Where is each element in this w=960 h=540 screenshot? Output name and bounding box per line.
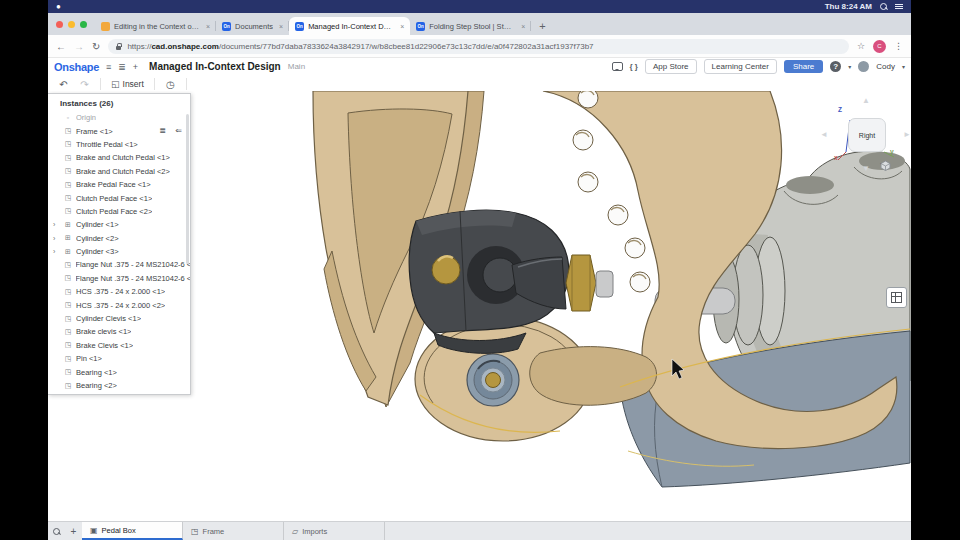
user-name[interactable]: Cody — [876, 62, 895, 71]
redo-button[interactable]: ↷ — [75, 79, 94, 90]
instance-row[interactable]: › ⊞ Cylinder <3> — [48, 245, 190, 258]
browser-tab-editing-context[interactable]: Editing in the Context of the A... × — [95, 17, 216, 35]
browser-profile-avatar[interactable]: C — [873, 40, 886, 53]
panel-scrollbar[interactable] — [186, 114, 189, 264]
reload-button[interactable]: ↻ — [92, 41, 100, 52]
minimize-window-button[interactable] — [68, 21, 75, 28]
help-caret-icon: ▾ — [848, 63, 851, 70]
instance-row[interactable]: ◳ Brake Pedal Face <1> — [48, 178, 190, 191]
help-button[interactable]: ? — [830, 61, 841, 72]
instance-row[interactable]: ◳ Throttle Pedal <1> — [48, 138, 190, 151]
browser-tab-folding-step-stool[interactable]: On Folding Step Stool | Step Stoo... × — [410, 17, 531, 35]
versions-icon[interactable]: ≣ — [118, 62, 126, 72]
view-cube[interactable]: ◄ ► ▲ ▼ Right Z x y ▾ — [820, 98, 911, 182]
part-icon: ◳ — [64, 274, 72, 282]
letterbox-left — [0, 0, 48, 540]
onshape-logo[interactable]: Onshape — [54, 61, 99, 73]
instance-label: Origin — [76, 113, 96, 122]
browser-tab-documents[interactable]: On Documents × — [216, 17, 289, 35]
bearing[interactable] — [467, 354, 519, 406]
instance-row[interactable]: ▫ Origin — [48, 111, 190, 124]
expand-chevron-icon[interactable]: › — [53, 218, 55, 231]
expand-chevron-icon[interactable]: › — [53, 232, 55, 245]
forward-button[interactable]: → — [74, 41, 84, 52]
instance-label: Clutch Pedal Face <1> — [76, 194, 152, 203]
instance-row[interactable]: ◳ HCS .375 - 24 x 2.000 <1> — [48, 285, 190, 298]
browser-menu-icon[interactable]: ⋮ — [894, 41, 903, 51]
revision-history-icon[interactable]: ◷ — [161, 79, 180, 90]
in-context-arrow-icon[interactable]: ⇐ — [175, 124, 182, 137]
tab-close-icon[interactable]: × — [277, 23, 283, 30]
element-tab-imports[interactable]: ▱ Imports — [284, 522, 385, 540]
instance-row[interactable]: ◳ Clutch Pedal Face <2> — [48, 205, 190, 218]
view-cube-face[interactable]: Right — [848, 118, 886, 152]
document-menu-icon[interactable]: ≡ — [106, 62, 111, 72]
featurescript-icon[interactable]: { } — [630, 62, 638, 71]
apple-icon[interactable]: ● — [56, 2, 61, 11]
graphics-viewport[interactable]: Instances (26) ▫ Origin ◳ Frame <1> ≣ ⇐ — [48, 91, 911, 522]
lock-icon — [116, 43, 122, 50]
undo-button[interactable]: ↶ — [54, 79, 73, 90]
share-button[interactable]: Share — [784, 60, 823, 73]
instance-row[interactable]: ◳ Bearing <2> — [48, 379, 190, 392]
learning-center-button[interactable]: Learning Center — [704, 59, 777, 74]
app-store-button[interactable]: App Store — [645, 59, 697, 74]
instance-row[interactable]: ◳ Brake and Clutch Pedal <2> — [48, 165, 190, 178]
instance-label: Throttle Pedal <1> — [76, 140, 138, 149]
insert-button[interactable]: ◱ Insert — [107, 79, 148, 89]
instance-row[interactable]: › ⊞ Cylinder <2> — [48, 232, 190, 245]
insert-icon: ◱ — [111, 79, 120, 89]
instance-label: Pin <1> — [76, 354, 102, 363]
instance-label: Flange Nut .375 - 24 MS21042-6 <... — [76, 274, 190, 283]
user-avatar[interactable] — [858, 61, 869, 72]
browser-tab-managed-in-context[interactable]: On Managed In-Context Design | ... × — [289, 17, 410, 35]
tab-close-icon[interactable]: × — [204, 23, 210, 30]
zoom-window-button[interactable] — [80, 21, 87, 28]
close-window-button[interactable] — [56, 21, 63, 28]
tab-title: Managed In-Context Design | ... — [308, 22, 394, 31]
back-button[interactable]: ← — [56, 41, 66, 52]
instance-row[interactable]: ◳ Flange Nut .375 - 24 MS21042-6 <... — [48, 272, 190, 285]
instance-row[interactable]: ◳ Pin <1> — [48, 352, 190, 365]
menubar-clock[interactable]: Thu 8:24 AM — [825, 2, 872, 11]
instance-row[interactable]: ◳ Bearing <1> — [48, 365, 190, 378]
new-tab-button[interactable]: + — [531, 17, 553, 35]
expand-chevron-icon[interactable]: › — [53, 245, 55, 258]
notification-center-icon[interactable] — [895, 3, 903, 10]
part-icon: ◳ — [64, 127, 72, 135]
bookmark-star-icon[interactable]: ☆ — [857, 41, 865, 51]
in-context-list-icon[interactable]: ≣ — [159, 124, 166, 137]
view-options-button[interactable]: ▾ — [880, 160, 883, 167]
tab-close-icon[interactable]: × — [398, 23, 404, 30]
create-version-icon[interactable]: + — [133, 62, 138, 72]
window-controls — [52, 13, 95, 35]
part-icon: ◳ — [64, 140, 72, 148]
instance-row[interactable]: ◳ Brake clevis <1> — [48, 325, 190, 338]
instance-row[interactable]: ◳ Frame <1> ≣ ⇐ — [48, 124, 190, 137]
instance-row[interactable]: › ⊞ Cylinder <1> — [48, 218, 190, 231]
element-tab-pedal-box[interactable]: ▣ Pedal Box — [82, 522, 183, 540]
section-plane-button[interactable] — [886, 287, 907, 308]
browser-urlbar: ← → ↻ https://cad.onshape.com/documents/… — [48, 35, 911, 58]
tab-close-icon[interactable]: × — [519, 23, 525, 30]
part-icon: ◳ — [64, 167, 72, 175]
instance-row[interactable]: ◳ Flange Nut .375 - 24 MS21042-6 <... — [48, 258, 190, 271]
instance-row[interactable]: ◳ Cylinder Clevis <1> — [48, 312, 190, 325]
instance-row[interactable]: ◳ Clutch Pedal Face <1> — [48, 191, 190, 204]
instance-label: Brake Pedal Face <1> — [76, 180, 151, 189]
workspace-name[interactable]: Main — [288, 62, 305, 71]
tab-title: Folding Step Stool | Step Stoo... — [429, 22, 515, 31]
instance-label: Bearing <1> — [76, 368, 117, 377]
spotlight-icon[interactable] — [880, 3, 887, 10]
address-bar[interactable]: https://cad.onshape.com/documents/77bd7d… — [108, 39, 849, 54]
instance-row[interactable]: ◳ Brake and Clutch Pedal <1> — [48, 151, 190, 164]
element-search-button[interactable] — [48, 522, 65, 540]
element-tab-frame[interactable]: ◳ Frame — [183, 522, 284, 540]
part-icon: ◳ — [64, 355, 72, 363]
instance-row[interactable]: ◳ Brake Clevis <1> — [48, 339, 190, 352]
add-element-button[interactable]: + — [65, 522, 82, 540]
comments-icon[interactable] — [612, 62, 623, 71]
instances-panel: Instances (26) ▫ Origin ◳ Frame <1> ≣ ⇐ — [48, 93, 191, 395]
part-icon: ◳ — [64, 382, 72, 390]
instance-row[interactable]: ◳ HCS .375 - 24 x 2.000 <2> — [48, 298, 190, 311]
